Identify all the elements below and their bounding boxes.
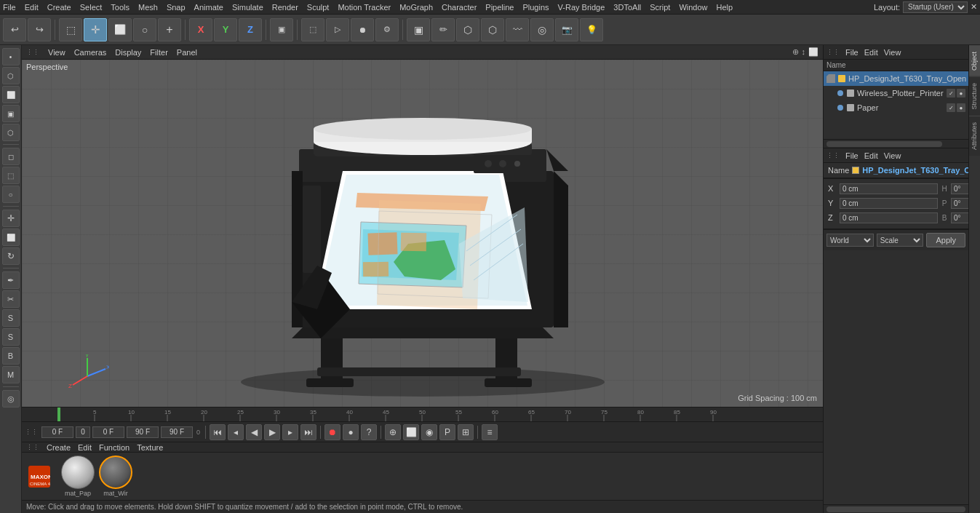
start-frame-input[interactable]	[92, 426, 124, 438]
menu-simulate[interactable]: Simulate	[232, 3, 263, 12]
current-frame-input[interactable]	[41, 426, 73, 438]
sidebar-move[interactable]: ✛	[2, 210, 20, 227]
material-menu-create[interactable]: Create	[47, 443, 71, 452]
far-tab-structure[interactable]: Structure	[969, 76, 980, 116]
render-view-button[interactable]: ▷	[326, 18, 349, 41]
timeline-key-all[interactable]: ⬜	[403, 424, 419, 440]
fps-input[interactable]	[76, 426, 90, 438]
obj-item-hp-designjet[interactable]: HP_DesignJet_T630_Tray_Open ✓ ●	[824, 71, 968, 86]
rotate-tool-button[interactable]: ○	[133, 18, 156, 41]
menu-edit[interactable]: Edit	[25, 3, 39, 12]
viewport-icon-1[interactable]: ⊕	[792, 47, 799, 57]
menu-help[interactable]: Help	[717, 3, 733, 12]
light-button[interactable]: 💡	[580, 18, 603, 41]
menu-select[interactable]: Select	[80, 3, 103, 12]
sidebar-bevel[interactable]: B	[2, 347, 20, 365]
world-select[interactable]: World	[826, 234, 874, 247]
timeline-last-frame[interactable]: ⏭	[300, 424, 316, 440]
scale-select[interactable]: Scale	[877, 234, 924, 247]
material-menu-function[interactable]: Function	[99, 443, 130, 452]
nurbs-button[interactable]: ⬡	[481, 18, 504, 41]
add-button[interactable]: +	[158, 18, 181, 41]
timeline-play[interactable]: ▶	[264, 424, 280, 440]
attr-menu-view[interactable]: View	[884, 151, 901, 160]
material-item-2[interactable]: mat_Wir	[99, 456, 132, 497]
menu-create[interactable]: Create	[47, 3, 71, 12]
timeline-key-sel[interactable]: ◉	[421, 424, 437, 440]
sidebar-pen[interactable]: ✒	[2, 271, 20, 289]
end-frame-input[interactable]	[127, 426, 159, 438]
render-region-button[interactable]: ⬚	[301, 18, 324, 41]
sidebar-knife[interactable]: ✂	[2, 290, 20, 308]
obj-badge-2[interactable]: ✓	[947, 89, 955, 98]
sidebar-point-mode[interactable]: •	[2, 48, 20, 65]
menu-tools[interactable]: Tools	[111, 3, 130, 12]
apply-button[interactable]: Apply	[926, 233, 965, 247]
menu-animate[interactable]: Animate	[194, 3, 223, 12]
move-tool-button[interactable]: ✛	[84, 18, 107, 41]
x-axis-button[interactable]: X	[189, 18, 212, 41]
sidebar-lasso-selection[interactable]: ○	[2, 186, 20, 203]
viewport-menu-panel[interactable]: Panel	[177, 48, 197, 57]
menu-mesh[interactable]: Mesh	[138, 3, 158, 12]
timeline-first-frame[interactable]: ⏮	[210, 424, 226, 440]
menu-motion-tracker[interactable]: Motion Tracker	[338, 3, 391, 12]
viewport-menu-view[interactable]: View	[48, 48, 65, 57]
menu-snap[interactable]: Snap	[167, 3, 186, 12]
camera-button[interactable]: 📷	[555, 18, 578, 41]
material-swatch-1[interactable]	[61, 456, 95, 489]
sidebar-extrude[interactable]: S	[2, 328, 20, 346]
scale-tool-button[interactable]: ⬜	[108, 18, 132, 41]
obj-list-scrollbar[interactable]	[824, 140, 968, 148]
timeline-play-reverse[interactable]: ◀	[246, 424, 262, 440]
render-settings-button[interactable]: ⚙	[375, 18, 399, 41]
scene-button[interactable]: ◎	[530, 18, 554, 41]
obj-badge-3[interactable]: ✓	[947, 103, 955, 112]
sidebar-scale[interactable]: ⬜	[2, 228, 20, 246]
pen-button[interactable]: ✏	[431, 18, 455, 41]
viewport-icon-3[interactable]: ⬜	[808, 47, 818, 57]
timeline-layout[interactable]: ≡	[482, 424, 498, 440]
timeline-key-param[interactable]: P	[439, 424, 455, 440]
material-swatch-2[interactable]	[99, 456, 132, 489]
material-menu-edit[interactable]: Edit	[78, 443, 92, 452]
menu-pipeline[interactable]: Pipeline	[485, 3, 514, 12]
obj-menu-view[interactable]: View	[884, 48, 901, 57]
select-tool-button[interactable]: ⬚	[59, 18, 82, 41]
attr-menu-edit[interactable]: Edit	[864, 151, 878, 160]
sidebar-poly-mode[interactable]: ⬜	[2, 86, 20, 103]
timeline-playhead[interactable]	[58, 407, 60, 421]
sidebar-texture-mode[interactable]: ⬡	[2, 124, 20, 141]
timeline-key-grid[interactable]: ⊞	[458, 424, 474, 440]
obj-badge-red-2[interactable]: ●	[957, 89, 965, 98]
material-item-1[interactable]: mat_Pap	[61, 456, 95, 497]
attr-color-indicator[interactable]	[852, 167, 859, 174]
redo-button[interactable]: ↪	[28, 18, 51, 41]
sidebar-edge-mode[interactable]: ⬡	[2, 67, 20, 84]
material-menu-texture[interactable]: Texture	[137, 443, 163, 452]
timeline-help[interactable]: ?	[361, 424, 377, 440]
sidebar-bridge[interactable]: S	[2, 309, 20, 327]
spline-button[interactable]: ⬡	[456, 18, 479, 41]
sidebar-obj-mode[interactable]: ▣	[2, 105, 20, 122]
layout-close-icon[interactable]: ✕	[971, 2, 977, 12]
timeline-record-active[interactable]: ●	[343, 424, 359, 440]
model-mode-button[interactable]: ▣	[270, 18, 293, 41]
menu-vray-bridge[interactable]: V-Ray Bridge	[558, 3, 605, 12]
viewport-icon-2[interactable]: ↕	[802, 47, 806, 57]
menu-sculpt[interactable]: Sculpt	[307, 3, 330, 12]
menu-file[interactable]: File	[3, 3, 16, 12]
coord-x-input[interactable]	[840, 183, 938, 194]
menu-character[interactable]: Character	[442, 3, 477, 12]
viewport-menu-filter[interactable]: Filter	[150, 48, 167, 57]
right-scrollbar-thumb[interactable]	[826, 506, 965, 512]
sidebar-magnet[interactable]: ◎	[2, 390, 20, 407]
obj-item-wireless-plotter[interactable]: Wireless_Plotter_Printer ✓ ●	[824, 86, 968, 100]
menu-plugins[interactable]: Plugins	[522, 3, 549, 12]
obj-menu-file[interactable]: File	[845, 48, 859, 57]
end-frame2-input[interactable]	[161, 426, 193, 438]
viewport-menu-display[interactable]: Display	[115, 48, 141, 57]
timeline-prev-frame[interactable]: ◂	[228, 424, 244, 440]
y-axis-button[interactable]: Y	[214, 18, 237, 41]
render-all-button[interactable]: ⏺	[351, 18, 374, 41]
